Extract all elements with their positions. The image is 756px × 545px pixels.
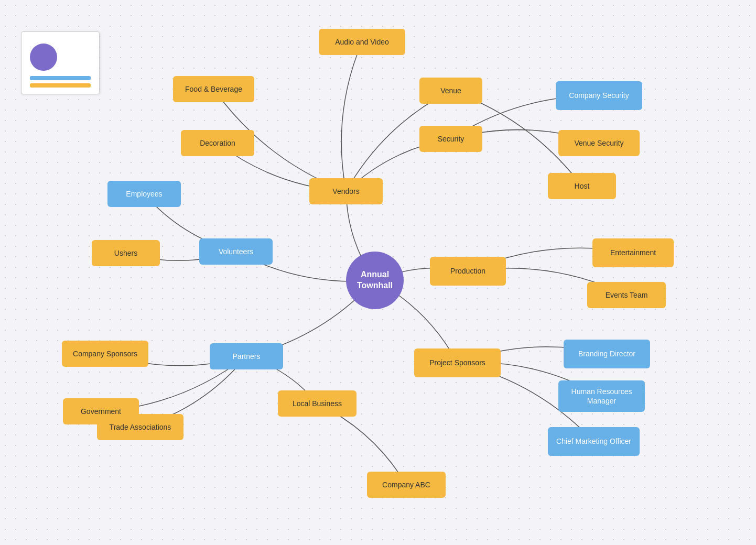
node-hr_manager: Human Resources Manager xyxy=(558,380,645,412)
node-security: Security xyxy=(419,126,482,152)
node-audio_video: Audio and Video xyxy=(319,29,405,55)
node-volunteers: Volunteers xyxy=(199,238,273,265)
node-partners: Partners xyxy=(210,343,283,369)
legend-center-node xyxy=(30,43,57,71)
node-production: Production xyxy=(430,257,506,286)
node-entertainment: Entertainment xyxy=(592,238,674,267)
node-local_business: Local Business xyxy=(278,390,357,417)
node-vendors: Vendors xyxy=(309,178,383,204)
node-venue_security: Venue Security xyxy=(558,130,640,156)
node-events_team: Events Team xyxy=(587,282,666,308)
node-trade_assoc: Trade Associations xyxy=(97,414,183,440)
node-decoration: Decoration xyxy=(181,130,254,156)
node-branding_director: Branding Director xyxy=(564,340,650,368)
node-ushers: Ushers xyxy=(92,240,160,266)
node-host: Host xyxy=(548,173,616,199)
legend-external xyxy=(30,83,91,88)
legend-internal xyxy=(30,76,91,80)
node-cmo: Chief Marketing Officer xyxy=(548,427,640,456)
node-project_sponsors: Project Sponsors xyxy=(414,348,501,377)
node-venue: Venue xyxy=(419,78,482,104)
node-food_beverage: Food & Beverage xyxy=(173,76,254,102)
node-company_abc: Company ABC xyxy=(367,472,446,498)
node-company_sponsors: Company Sponsors xyxy=(62,341,148,367)
node-employees: Employees xyxy=(107,181,181,207)
node-company_security: Company Security xyxy=(556,81,642,110)
center-node: Annual Townhall xyxy=(346,252,404,309)
legend xyxy=(21,31,100,94)
